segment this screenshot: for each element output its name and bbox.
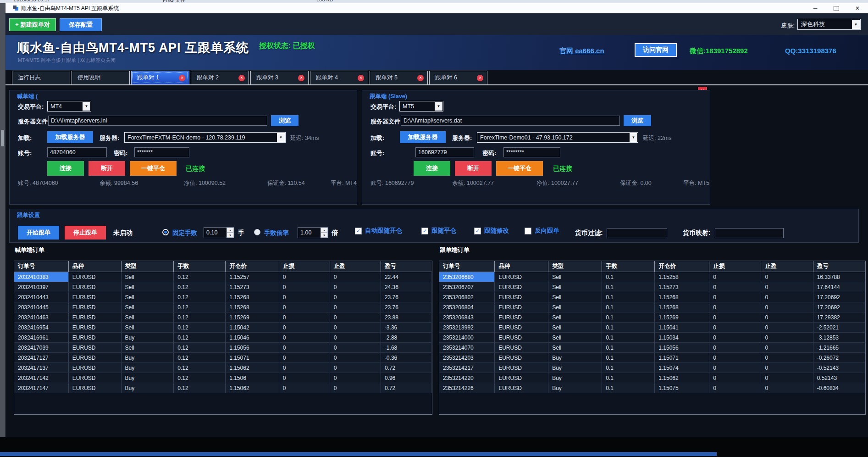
step-down-icon[interactable]: ▼ <box>227 233 234 238</box>
column-header-类型[interactable]: 类型 <box>548 261 602 272</box>
chevron-down-icon[interactable]: ▼ <box>277 133 285 142</box>
master-browse-button[interactable]: 浏览 <box>271 115 299 126</box>
tab-close-icon[interactable]: ✕ <box>238 75 245 81</box>
order-row[interactable]: 2353214226EURUSDBuy0.11.1507500-0.60834 <box>439 383 865 393</box>
master-account-input[interactable] <box>47 147 107 157</box>
tab-跟单对 6[interactable]: 跟单对 6✕ <box>429 71 487 84</box>
checkbox-反向跟单[interactable]: 反向跟单 <box>525 227 559 235</box>
order-row[interactable]: 2032416954EURUSDSell0.121.1504200-3.36 <box>14 323 432 333</box>
column-header-止盈[interactable]: 止盈 <box>330 261 381 272</box>
column-header-止损[interactable]: 止损 <box>709 261 761 272</box>
column-header-品种[interactable]: 品种 <box>68 261 121 272</box>
chevron-down-icon[interactable]: ▼ <box>852 20 860 29</box>
lot-ratio-label[interactable]: 手数倍率 <box>264 229 289 237</box>
order-row[interactable]: 2353206843EURUSDSell0.11.152690017.29382 <box>439 312 865 323</box>
column-header-订单号[interactable]: 订单号 <box>14 261 68 272</box>
stop-follow-button[interactable]: 停止跟单 <box>65 226 106 240</box>
chevron-down-icon[interactable]: ▼ <box>630 133 637 142</box>
tab-使用说明[interactable]: 使用说明 <box>72 71 130 84</box>
lot-ratio-radio[interactable] <box>254 229 260 235</box>
order-row[interactable]: 2353206802EURUSDSell0.11.152680017.20692 <box>439 292 865 302</box>
maximize-button[interactable] <box>826 3 847 13</box>
slave-load-servers-button[interactable]: 加载服务器 <box>400 131 446 143</box>
tab-close-icon[interactable]: ✕ <box>358 75 364 81</box>
slave-connect-button[interactable]: 连接 <box>414 161 450 176</box>
order-row[interactable]: 2353214203EURUSDBuy0.11.1507100-0.26072 <box>439 353 865 363</box>
column-header-开仓价[interactable]: 开仓价 <box>655 261 709 272</box>
slave-close-all-button[interactable]: 一键平仓 <box>496 161 543 176</box>
order-row[interactable]: 2032410463EURUSDSell0.121.152690023.88 <box>14 312 432 323</box>
column-header-订单号[interactable]: 订单号 <box>439 261 495 272</box>
skin-select[interactable]: 深色科技 ▼ <box>797 19 861 30</box>
master-connect-button[interactable]: 连接 <box>47 161 84 176</box>
slave-platform-select[interactable]: MT5 ▼ <box>399 101 443 111</box>
slave-password-input[interactable] <box>503 147 560 157</box>
checkbox-跟随平仓[interactable]: ✓跟随平仓 <box>421 227 456 235</box>
lot-ratio-stepper[interactable]: 1.00 ▲ ▼ <box>298 227 328 238</box>
master-disconnect-button[interactable]: 断开 <box>88 161 125 176</box>
tab-close-icon[interactable]: ✕ <box>298 75 304 81</box>
step-up-icon[interactable]: ▲ <box>321 228 328 233</box>
checkbox-自动跟随开仓[interactable]: ✓自动跟随开仓 <box>355 227 402 235</box>
master-password-input[interactable] <box>134 147 189 157</box>
order-row[interactable]: 2032416961EURUSDBuy0.121.1504600-2.88 <box>14 333 432 343</box>
slave-server-file-input[interactable] <box>401 116 620 126</box>
tab-close-icon[interactable]: ✕ <box>477 75 483 81</box>
order-row[interactable]: 2353206804EURUSDSell0.11.152680017.20692 <box>439 302 865 312</box>
new-pair-button[interactable]: + 新建跟单对 <box>9 18 56 31</box>
background-scrollbar-thumb[interactable] <box>1 130 4 146</box>
order-row[interactable]: 2032410443EURUSDSell0.121.152680023.76 <box>14 292 432 302</box>
tab-跟单对 4[interactable]: 跟单对 4✕ <box>310 71 368 84</box>
column-header-开仓价[interactable]: 开仓价 <box>226 261 279 272</box>
currency-map-input[interactable] <box>715 228 784 238</box>
tab-close-icon[interactable]: ✕ <box>417 75 424 81</box>
chevron-down-icon[interactable]: ▼ <box>83 102 90 111</box>
site-link[interactable]: 官网 ea666.cn <box>559 47 604 56</box>
save-config-button[interactable]: 保存配置 <box>60 18 102 31</box>
visit-site-button[interactable]: 访问官网 <box>635 43 677 57</box>
currency-filter-input[interactable] <box>607 228 667 238</box>
step-down-icon[interactable]: ▼ <box>321 233 328 238</box>
order-row[interactable]: 2032417137EURUSDBuy0.121.15062000.72 <box>14 363 432 373</box>
column-header-盈亏[interactable]: 盈亏 <box>381 261 431 272</box>
tab-跟单对 1[interactable]: 跟单对 1✕ <box>131 71 189 84</box>
step-up-icon[interactable]: ▲ <box>227 228 234 233</box>
chevron-down-icon[interactable]: ▼ <box>435 102 442 111</box>
fixed-lot-label[interactable]: 固定手数 <box>172 229 197 237</box>
order-row[interactable]: 2353214220EURUSDBuy0.11.15062000.52143 <box>439 373 865 383</box>
slave-account-input[interactable] <box>415 147 474 157</box>
column-header-止损[interactable]: 止损 <box>279 261 330 272</box>
column-header-手数[interactable]: 手数 <box>602 261 655 272</box>
slave-server-select[interactable]: ForexTime-Demo01 - 47.93.150.172 ▼ <box>477 132 638 143</box>
master-platform-select[interactable]: MT4 ▼ <box>47 101 91 111</box>
order-row[interactable]: 2032410383EURUSDSell0.121.152570022.44 <box>14 272 432 282</box>
column-header-止盈[interactable]: 止盈 <box>761 261 813 272</box>
tab-跟单对 3[interactable]: 跟单对 3✕ <box>250 71 309 84</box>
fixed-lot-radio[interactable] <box>162 229 169 235</box>
slave-browse-button[interactable]: 浏览 <box>624 115 651 126</box>
order-row[interactable]: 2353214000EURUSDSell0.11.1503400-3.12853 <box>439 333 865 343</box>
column-header-盈亏[interactable]: 盈亏 <box>813 261 865 272</box>
order-row[interactable]: 2032410397EURUSDSell0.121.152730024.36 <box>14 282 432 292</box>
order-row[interactable]: 2353206680EURUSDSell0.11.152580016.33788 <box>439 272 865 282</box>
column-header-品种[interactable]: 品种 <box>495 261 548 272</box>
slave-disconnect-button[interactable]: 断开 <box>455 161 492 176</box>
tab-close-icon[interactable]: ✕ <box>179 75 185 81</box>
master-load-servers-button[interactable]: 加载服务器 <box>47 131 93 143</box>
start-follow-button[interactable]: 开始跟单 <box>18 226 59 240</box>
minimize-button[interactable]: ─ <box>805 3 826 13</box>
order-row[interactable]: 2353213992EURUSDSell0.11.1504100-2.52021 <box>439 323 865 333</box>
order-row[interactable]: 2353214217EURUSDBuy0.11.1507400-0.52143 <box>439 363 865 373</box>
column-header-手数[interactable]: 手数 <box>174 261 226 272</box>
master-server-file-input[interactable] <box>48 116 267 126</box>
tab-跟单对 5[interactable]: 跟单对 5✕ <box>370 71 428 84</box>
tab-运行日志[interactable]: 运行日志 <box>12 71 70 84</box>
fixed-lot-stepper[interactable]: 0.10 ▲ ▼ <box>204 227 234 238</box>
checkbox-跟随修改[interactable]: ✓跟随修改 <box>474 227 509 235</box>
tab-跟单对 2[interactable]: 跟单对 2✕ <box>191 71 249 84</box>
master-close-all-button[interactable]: 一键平仓 <box>130 161 177 176</box>
order-row[interactable]: 2032410445EURUSDSell0.121.152680023.76 <box>14 302 432 312</box>
order-row[interactable]: 2032417127EURUSDBuy0.121.1507100-0.36 <box>14 353 432 363</box>
master-server-select[interactable]: ForexTimeFXTM-ECN-demo - 120.78.239.119 … <box>124 132 286 143</box>
order-row[interactable]: 2353206707EURUSDSell0.11.152730017.64144 <box>439 282 865 292</box>
